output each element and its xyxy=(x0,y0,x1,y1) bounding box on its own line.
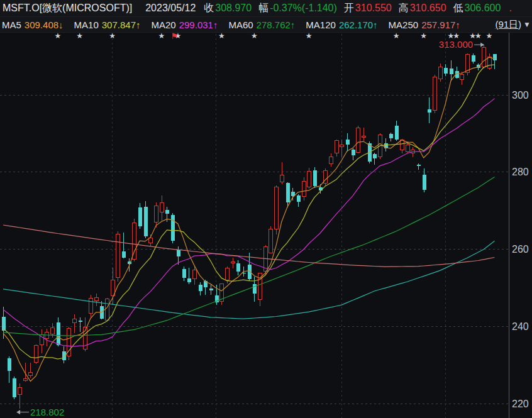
dropdown-icon[interactable]: ▼ xyxy=(523,20,531,29)
candle-body xyxy=(155,206,158,222)
quote-date: 2023/05/12 xyxy=(145,3,196,14)
candle xyxy=(264,245,268,276)
candle xyxy=(138,203,142,229)
candle xyxy=(187,268,191,284)
candle xyxy=(280,162,284,184)
candle xyxy=(29,363,33,378)
ma20-line xyxy=(3,99,495,347)
candle-body xyxy=(89,299,93,314)
candle-body xyxy=(248,265,252,279)
candle xyxy=(269,226,273,253)
candle xyxy=(313,167,317,188)
period-label[interactable]: (91日) xyxy=(495,19,521,31)
candle-body xyxy=(95,297,99,300)
candle-body xyxy=(352,150,355,155)
candle-body xyxy=(275,187,279,229)
quote-field-value: 310.550 xyxy=(355,3,392,13)
ma250-line xyxy=(3,225,495,267)
ma-legend-bar: MA5309.408↓MA10307.847↑MA20299.031↑MA602… xyxy=(0,17,532,33)
quote-field-value: 306.600 xyxy=(465,3,501,13)
candle-body xyxy=(116,234,120,278)
candle-body xyxy=(79,321,82,321)
candle-body xyxy=(280,175,284,182)
candle-body xyxy=(165,210,169,214)
candle xyxy=(308,168,311,189)
candlestick-chart[interactable]: 300280260240220★★★★★★★★★★★★★★★⚑313.00021… xyxy=(0,0,532,418)
candle xyxy=(417,163,421,170)
candle xyxy=(395,121,399,141)
quote-field-value: 310.650 xyxy=(410,3,446,13)
candle xyxy=(346,133,350,151)
candlestick-series xyxy=(2,45,497,409)
candle xyxy=(18,383,22,408)
quote-header: MSFT.O[微软(MICROSOFT)] 2023/05/12 收308.97… xyxy=(0,0,532,17)
period-selector[interactable]: (91日) ▼ xyxy=(495,19,531,31)
candle xyxy=(488,53,492,70)
candle xyxy=(122,233,126,259)
candle-body xyxy=(236,263,240,272)
candle xyxy=(357,126,360,153)
ma-label: MA250 xyxy=(389,19,419,30)
candle xyxy=(253,277,257,302)
candle-body xyxy=(335,140,339,153)
quote-field: 高310.650 xyxy=(399,3,446,13)
candle-body xyxy=(450,69,453,74)
candle-body xyxy=(362,136,366,137)
candle xyxy=(67,327,71,360)
quote-field: 幅-0.37%(-1.140) xyxy=(258,3,337,13)
ma-value: 262.170↑ xyxy=(339,19,378,30)
ma-value: 309.408↓ xyxy=(25,19,64,30)
candle-body xyxy=(144,207,148,236)
candle xyxy=(155,202,158,228)
ma-legend: MA5309.408↓MA10307.847↑MA20299.031↑MA602… xyxy=(2,19,471,30)
candle-body xyxy=(482,48,486,67)
candle-body xyxy=(171,215,175,241)
candle-body xyxy=(357,128,360,153)
price-gridlines xyxy=(0,95,508,404)
candle xyxy=(444,64,448,76)
candle-body xyxy=(493,54,497,60)
candle-body xyxy=(286,183,290,202)
candle-body xyxy=(57,322,60,345)
candle-body xyxy=(439,67,443,79)
ma-label: MA20 xyxy=(152,19,176,30)
candle xyxy=(362,128,366,141)
candle xyxy=(493,54,497,70)
ma-value: 307.847↑ xyxy=(102,19,141,30)
ma-value: 299.031↑ xyxy=(179,19,218,30)
candle xyxy=(466,53,470,75)
candle xyxy=(335,140,339,157)
candle-body xyxy=(8,358,11,371)
clipped-text-fragment: . xyxy=(509,3,511,14)
candle xyxy=(57,317,60,346)
quote-field-label: 收 xyxy=(204,3,214,13)
candle-body xyxy=(395,126,399,140)
candle xyxy=(160,195,164,222)
candle xyxy=(8,356,11,383)
ma-label: MA120 xyxy=(306,19,336,30)
ma-legend-item: MA60278.762↑ xyxy=(228,19,295,30)
candle-body xyxy=(444,68,448,74)
low-price-label: 218.802 xyxy=(30,407,64,417)
candle xyxy=(455,67,459,79)
candle xyxy=(45,329,49,346)
annotations: 313.000218.802 xyxy=(16,39,484,417)
candle-body xyxy=(346,140,350,145)
candle xyxy=(330,153,333,167)
candle-body xyxy=(35,345,38,362)
candle-body xyxy=(433,77,437,110)
ma-legend-item: MA5309.408↓ xyxy=(2,19,64,30)
candle-body xyxy=(133,223,136,259)
month-gridlines xyxy=(113,34,446,418)
candle-body xyxy=(187,278,191,282)
candle xyxy=(460,72,464,85)
candle xyxy=(373,153,377,165)
low-arrow-head xyxy=(16,410,20,414)
candle-body xyxy=(67,328,71,356)
candle-body xyxy=(209,289,213,290)
candle-body xyxy=(51,328,55,334)
quote-field-value: 308.970 xyxy=(215,3,252,13)
ma-legend-item: MA10307.847↑ xyxy=(74,19,141,30)
ma-legend-item: MA250257.917↑ xyxy=(389,19,460,30)
candle-body xyxy=(106,299,109,321)
